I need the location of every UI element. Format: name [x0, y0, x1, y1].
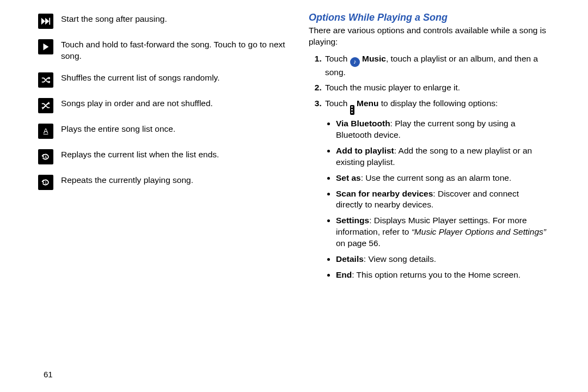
svg-rect-0	[49, 18, 50, 25]
legend-row: Touch and hold to fast-forward the song.…	[38, 36, 287, 70]
document-page: Start the song after pausing. Touch and …	[0, 0, 588, 392]
svg-text:1: 1	[45, 181, 47, 185]
legend-row: A Replays the current list when the list…	[38, 146, 287, 172]
legend-row: Shuffles the current list of songs rando…	[38, 70, 287, 95]
section-heading: Options While Playing a Song	[309, 11, 558, 24]
legend-text: Replays the current list when the list e…	[61, 146, 287, 172]
opt-details: Details: View song details.	[336, 254, 558, 265]
legend-text: Repeats the currently playing song.	[61, 172, 287, 198]
icon-legend-table: Start the song after pausing. Touch and …	[38, 11, 287, 198]
step-3: Touch Menu to display the following opti…	[324, 98, 558, 281]
column-right: Options While Playing a Song There are v…	[303, 11, 568, 388]
legend-row: 1 Repeats the currently playing song.	[38, 172, 287, 198]
menu-options-list: Via Bluetooth: Play the current song by …	[325, 118, 558, 281]
step-2: Touch the music player to enlarge it.	[324, 82, 558, 94]
shuffle-off-icon	[38, 98, 53, 113]
legend-text: Songs play in order and are not shuffled…	[61, 95, 287, 121]
opt-end: End: This option returns you to the Home…	[336, 270, 558, 281]
opt-add-to-playlist: Add to playlist: Add the song to a new p…	[336, 145, 558, 168]
column-left: Start the song after pausing. Touch and …	[38, 11, 303, 388]
svg-text:A: A	[45, 155, 47, 159]
fast-forward-icon	[38, 14, 53, 29]
play-icon	[38, 39, 53, 54]
legend-text: Touch and hold to fast-forward the song.…	[61, 36, 287, 70]
shuffle-on-icon	[38, 72, 53, 88]
opt-settings: Settings: Displays Music Player settings…	[336, 215, 558, 249]
music-app-icon: ♪	[350, 57, 360, 67]
legend-row: A Plays the entire song list once.	[38, 121, 287, 146]
section-intro: There are various options and controls a…	[309, 25, 558, 48]
page-number: 61	[44, 369, 53, 380]
repeat-one-icon: 1	[38, 175, 53, 190]
legend-text: Start the song after pausing.	[61, 11, 287, 36]
legend-row: Songs play in order and are not shuffled…	[38, 95, 287, 121]
step-1: Touch ♪ Music, touch a playlist or an al…	[324, 53, 558, 78]
legend-text: Shuffles the current list of songs rando…	[61, 70, 287, 95]
repeat-all-icon: A	[38, 149, 53, 164]
ordered-steps: Touch ♪ Music, touch a playlist or an al…	[309, 53, 558, 281]
opt-set-as: Set as: Use the current song as an alarm…	[336, 173, 558, 184]
opt-scan-nearby: Scan for nearby devices: Discover and co…	[336, 188, 558, 211]
opt-via-bluetooth: Via Bluetooth: Play the current song by …	[336, 118, 558, 141]
play-once-icon: A	[38, 124, 53, 139]
menu-icon	[350, 105, 354, 115]
legend-text: Plays the entire song list once.	[61, 121, 287, 146]
legend-row: Start the song after pausing.	[38, 11, 287, 36]
